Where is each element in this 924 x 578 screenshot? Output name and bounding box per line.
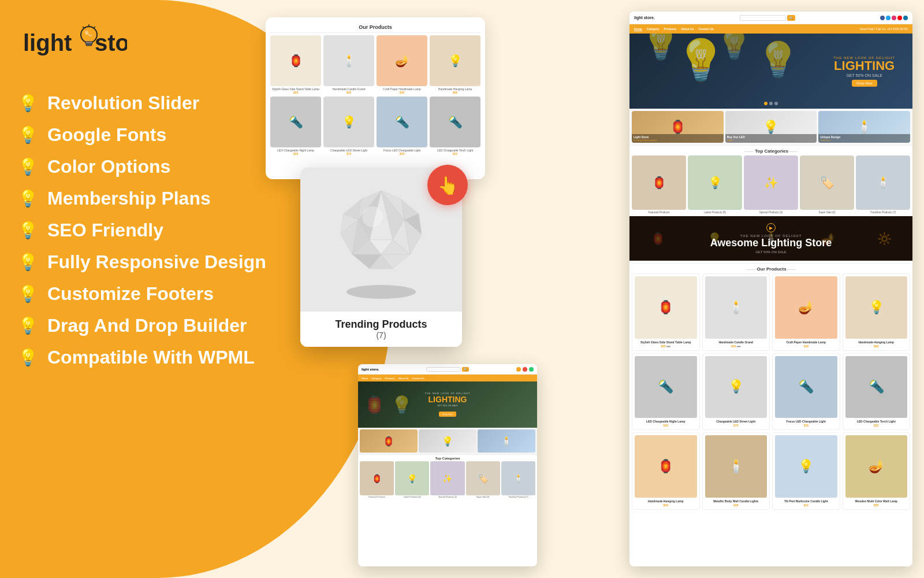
wp-prod-3[interactable]: 🪔 Craft Paper Handmade Lamp $38 — [772, 273, 840, 351]
wp2-cart-icon[interactable] — [516, 367, 521, 372]
wp-menu-category[interactable]: Category — [647, 27, 660, 31]
wp-contact-info: Need Help? Call Us: +04 3456 98765 — [860, 27, 908, 31]
wp-prod-5[interactable]: 🔦 LED Chargeable Night Lamp $29 — [632, 353, 700, 431]
wp-cat-featured[interactable]: 🏮 Featured Products — [632, 155, 686, 214]
wp2-cat-label-3: Special Products (3) — [430, 496, 464, 498]
wp-prod-1[interactable]: 🏮 Stylish Glass Side Stand Table Lamp $5… — [632, 273, 700, 351]
wp-prod-name-1: Stylish Glass Side Stand Table Lamp — [635, 340, 697, 344]
wp-prod-10[interactable]: 🕯️ Metallic Body Wall Candle Lights $48 — [702, 432, 770, 510]
wp-menu-products[interactable]: Products — [664, 27, 677, 31]
wp-prod-12[interactable]: 🪔 Wooden Multi Color Wall Lamp $55 — [843, 432, 911, 510]
wp-prod-4[interactable]: 💡 Handmade Hanging Lamp $68 — [843, 273, 911, 351]
svg-rect-6 — [86, 44, 92, 46]
wp-hero-shop-button[interactable]: Shop Now — [852, 80, 877, 87]
wp-cat-latest[interactable]: 💡 Latest Products (8) — [688, 155, 742, 214]
svg-text:light: light — [23, 30, 72, 55]
svg-line-3 — [94, 27, 95, 28]
wp2-menu-category[interactable]: Category — [371, 377, 381, 380]
wp-prod-name-8: LED Chargeable Torch Light — [845, 420, 908, 423]
wp-dark-banner: 🏮 💡 🕯️ 🪔 🔆 ▶ THE NEW LOOK OF DELIGHT Awe… — [629, 216, 912, 261]
wp2-cat-1[interactable]: 🏮 Featured Products — [360, 461, 394, 498]
wp-prod-2[interactable]: 🕯️ Handmade Candle Grand $45 $60 — [702, 273, 770, 351]
wp2-logo: light store. — [362, 368, 379, 371]
wp2-hero-shop-button[interactable]: Shop Now — [439, 412, 456, 417]
feature-item-footers: 💡 Customize Footers — [17, 283, 266, 305]
wp2-menu-contact[interactable]: Contact Us — [412, 377, 424, 380]
wp2-cat-3[interactable]: ✨ Special Products (3) — [430, 461, 464, 498]
mockup-product-price-6: $75 — [323, 152, 374, 155]
wp2-wishlist-icon[interactable] — [529, 367, 534, 372]
secondary-website-preview: light store. 🔍 Home Category Products Ab… — [358, 364, 537, 566]
wp-prod-img-1: 🏮 — [635, 276, 697, 339]
wp-dot-3[interactable] — [774, 102, 778, 105]
wp2-banner-2[interactable]: 💡 — [419, 429, 476, 453]
wp-prod-old-1: $80 — [666, 345, 670, 348]
wp-categories-grid: 🏮 Featured Products 💡 Latest Products (8… — [629, 155, 912, 216]
svg-point-9 — [346, 285, 416, 299]
wp-prod-price-12: $55 — [845, 503, 908, 507]
wp-prod-img-5: 🔦 — [635, 356, 697, 418]
wp2-user-icon[interactable] — [523, 367, 527, 372]
wp-instagram-icon[interactable] — [892, 16, 896, 20]
wp2-cat-2[interactable]: 💡 Latest Products (8) — [395, 461, 429, 498]
wp-prod-6[interactable]: 💡 Chargeable LED Street Light $75 — [702, 353, 770, 431]
wp-hero-title: LIGHTING — [833, 60, 895, 72]
wp-cat-special[interactable]: ✨ Special Products (3) — [744, 155, 798, 214]
wp2-menu-home[interactable]: Home — [362, 377, 368, 380]
wp-youtube-icon[interactable] — [897, 16, 902, 20]
wp-hero-bulb-4: 💡 — [757, 39, 800, 80]
wp-search-box[interactable] — [740, 15, 786, 21]
wp-dot-2[interactable] — [769, 102, 773, 105]
wp-menu-contact[interactable]: Contact Us — [699, 27, 714, 31]
wp2-hero-content: THE NEW LOOK OF DELIGHT LIGHTING GET 50%… — [425, 392, 471, 417]
wp-prod-name-4: Handmade Hanging Lamp — [845, 340, 908, 344]
wp2-search-button[interactable]: 🔍 — [462, 367, 469, 372]
wp-prod-name-11: Tilt Port Multicolor Candle Light — [775, 499, 837, 503]
wp-dark-title: Awesome Lighting Store — [634, 238, 908, 249]
mockup-product-1: 🏮 Stylish Glass Side Stand Table Lamp $5… — [270, 35, 321, 94]
feature-item-membership: 💡 Membership Plans — [17, 188, 266, 209]
wp-cat-sale[interactable]: 🏷️ Super Sale (0) — [800, 155, 854, 214]
wp-prod-9[interactable]: 🏮 Handmade Hanging Lamp $65 — [632, 432, 700, 510]
wp-facebook-icon[interactable] — [880, 16, 885, 20]
feature-item-seo: 💡 SEO Friendly — [17, 220, 266, 241]
wp2-banner-3[interactable]: 🕯️ — [478, 429, 535, 453]
wp-prod-price-7: $35 — [775, 424, 837, 427]
wp-categories-title: Top Categories — [629, 145, 912, 155]
wp2-menu-products[interactable]: Products — [385, 377, 394, 380]
bulb-icon-6: 💡 — [17, 252, 38, 273]
wp2-search-input[interactable] — [426, 367, 461, 372]
wp-banner-2[interactable]: 💡 Buy Our LED Lights — [725, 111, 817, 143]
wp2-cat-5[interactable]: 🕯️ Trandline Products (7) — [501, 461, 535, 498]
wp-nav-search: 🔍 — [740, 15, 795, 21]
wp-twitter-icon[interactable] — [886, 16, 891, 20]
wp2-cat-4[interactable]: 🏷️ Super Sale (0) — [466, 461, 500, 498]
wp2-banner-1[interactable]: 🏮 — [360, 429, 418, 453]
mockup-product-price-4: $68 — [430, 91, 480, 94]
bulb-icon-4: 💡 — [17, 188, 38, 209]
wp-prod-7[interactable]: 🔦 Focus LED Chargeable Light $35 — [772, 353, 840, 431]
wp-search-button[interactable]: 🔍 — [787, 15, 795, 21]
wp-banner-3[interactable]: 🕯️ Unique Design Collection — [818, 111, 910, 143]
wp-dot-1[interactable] — [764, 102, 767, 105]
wp-cat-img-sale: 🏷️ — [800, 155, 854, 210]
wp-prod-img-2: 🕯️ — [705, 276, 767, 339]
wp2-icons — [516, 367, 534, 372]
wp-products-grid: 🏮 Stylish Glass Side Stand Table Lamp $5… — [632, 273, 910, 510]
wp2-menu-about[interactable]: About Us — [398, 377, 409, 380]
mockup-product-price-5: $29 — [270, 152, 321, 155]
geometric-sphere-svg — [323, 176, 439, 303]
wp-prod-price-5: $29 — [635, 424, 697, 427]
wp-banner-sub-1: Exciting Enhancement — [634, 139, 722, 142]
wp-prod-8[interactable]: 🔦 LED Chargeable Torch Light $22 — [843, 353, 911, 431]
wp-banner-1[interactable]: 🏮 Light Store Exciting Enhancement — [632, 111, 724, 143]
wp-cat-trending[interactable]: 🕯️ Trandline Products (7) — [856, 155, 910, 214]
wp-menu-home[interactable]: Home — [634, 27, 642, 31]
wp-prod-img-11: 💡 — [775, 435, 837, 498]
mockup-product-2: 🕯️ Handmade Candle Grand $45 — [323, 35, 374, 94]
wp-menu-about[interactable]: About Us — [681, 27, 694, 31]
wp-linkedin-icon[interactable] — [903, 16, 908, 20]
wp-prod-11[interactable]: 💡 Tilt Port Multicolor Candle Light $32 — [772, 432, 840, 510]
wp2-cat-label-4: Super Sale (0) — [466, 496, 500, 498]
bulb-icon-3: 💡 — [17, 157, 38, 177]
